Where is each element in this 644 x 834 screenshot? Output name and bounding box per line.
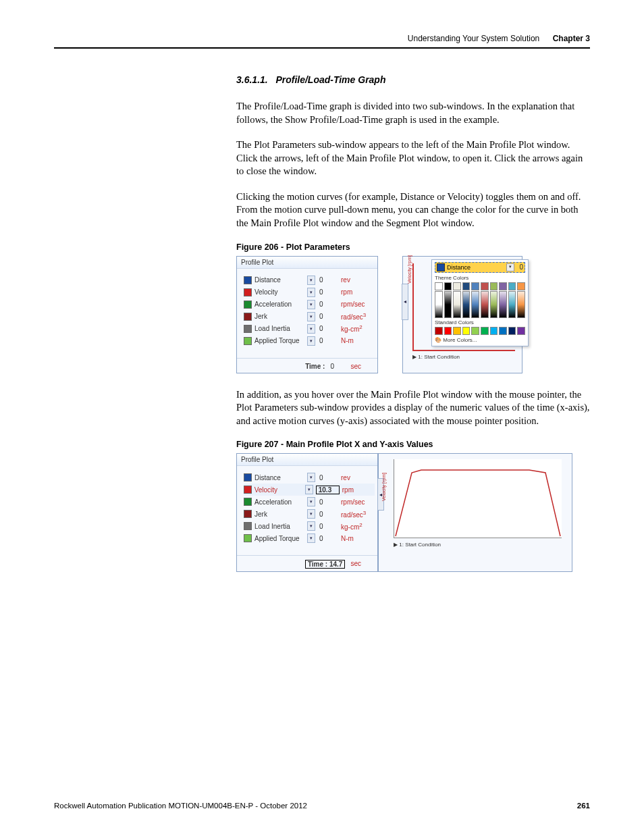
param-row-jerk[interactable]: Jerk ▾ 0 rad/sec3	[244, 508, 375, 520]
param-unit: rpm/sec	[341, 498, 375, 506]
color-option[interactable]	[453, 282, 461, 290]
chevron-down-icon[interactable]: ▾	[307, 521, 315, 531]
color-swatch	[244, 276, 252, 284]
color-option[interactable]	[499, 327, 507, 335]
page-footer: Rockwell Automation Publication MOTION-U…	[54, 802, 590, 810]
color-option[interactable]	[481, 327, 489, 335]
chevron-down-icon[interactable]: ▾	[307, 473, 315, 482]
start-condition-label: ▶ 1: Start Condition	[406, 353, 519, 361]
paragraph: In addition, as you hover over the Main …	[236, 388, 590, 428]
time-label: Time :	[305, 363, 325, 370]
chevron-down-icon[interactable]: ▾	[307, 336, 315, 346]
color-shade-column[interactable]	[481, 291, 489, 318]
color-shade-column[interactable]	[517, 291, 525, 318]
param-row-applied-torque[interactable]: Applied Torque ▾ 0 N-m	[244, 335, 375, 347]
param-value: 0	[318, 325, 338, 332]
color-shade-column[interactable]	[444, 291, 452, 318]
param-value: 0	[318, 337, 338, 344]
param-row-acceleration[interactable]: Acceleration ▾ 0 rpm/sec	[244, 496, 375, 508]
theme-colors-shades[interactable]	[435, 291, 525, 318]
param-name: Load Inertia	[254, 325, 304, 332]
collapse-toggle[interactable]: ◂	[402, 284, 408, 320]
param-value: 10.3	[316, 486, 340, 494]
header-section: Understanding Your System Solution	[408, 34, 539, 43]
param-unit: rpm	[342, 486, 375, 494]
panel-title: Profile Plot	[237, 454, 377, 466]
color-option[interactable]	[517, 282, 525, 290]
color-option[interactable]	[490, 282, 498, 290]
footer-publication: Rockwell Automation Publication MOTION-U…	[54, 802, 307, 810]
param-row-jerk[interactable]: Jerk ▾ 0 rad/sec3	[244, 311, 375, 323]
color-option[interactable]	[444, 282, 452, 290]
page-header: Understanding Your System Solution Chapt…	[54, 34, 590, 49]
param-row-distance[interactable]: Distance ▾ 0 rev	[244, 274, 375, 286]
chevron-down-icon[interactable]: ▾	[307, 324, 315, 334]
color-option[interactable]	[471, 282, 479, 290]
color-shade-column[interactable]	[499, 291, 507, 318]
color-option[interactable]	[471, 327, 479, 335]
color-option[interactable]	[481, 282, 489, 290]
color-shade-column[interactable]	[453, 291, 461, 318]
color-swatch	[244, 288, 252, 296]
theme-colors-row[interactable]	[435, 282, 525, 290]
color-option[interactable]	[517, 327, 525, 335]
color-shade-column[interactable]	[462, 291, 471, 318]
main-profile-plot[interactable]: ◂ Velocity [rpm] ▶ 1: Start Condition Di…	[402, 256, 522, 373]
chevron-down-icon[interactable]: ▾	[307, 497, 315, 506]
color-shade-column[interactable]	[471, 291, 479, 318]
color-swatch	[244, 522, 252, 530]
param-value: 0	[318, 313, 338, 320]
color-swatch	[244, 486, 252, 494]
y-axis-label: Velocity [rpm]	[381, 473, 386, 501]
color-option[interactable]	[444, 327, 452, 335]
param-row-distance[interactable]: Distance ▾ 0 rev	[244, 471, 375, 484]
param-value: 0	[318, 474, 338, 481]
color-swatch	[244, 534, 252, 542]
color-option[interactable]	[508, 327, 516, 335]
color-option[interactable]	[462, 282, 471, 290]
color-option[interactable]	[499, 282, 507, 290]
color-option[interactable]	[508, 282, 516, 290]
color-option[interactable]	[435, 282, 443, 290]
param-row-load-inertia[interactable]: Load Inertia ▾ 0 kg-cm2	[244, 520, 375, 532]
plot-parameters-panel: Profile Plot Distance ▾ 0 rev Velocity	[236, 256, 378, 373]
chevron-down-icon[interactable]: ▾	[307, 533, 315, 543]
param-name: Load Inertia	[254, 523, 304, 530]
chevron-down-icon[interactable]: ▾	[307, 288, 315, 297]
chevron-down-icon[interactable]: ▾	[506, 263, 514, 271]
param-row-applied-torque[interactable]: Applied Torque ▾ 0 N-m	[244, 532, 375, 544]
color-swatch	[244, 301, 252, 309]
color-option[interactable]	[453, 327, 461, 335]
chevron-down-icon[interactable]: ▾	[307, 276, 315, 285]
time-label: Time : 14.7	[305, 560, 346, 569]
color-shade-column[interactable]	[490, 291, 498, 318]
chevron-down-icon[interactable]: ▾	[305, 485, 313, 494]
chevron-down-icon[interactable]: ▾	[307, 300, 315, 309]
more-colors-link[interactable]: 🎨 More Colors...	[435, 337, 525, 343]
color-picker-popup[interactable]: Distance ▾ 0 Theme Colors Standard Color…	[431, 259, 529, 346]
param-row-velocity[interactable]: Velocity ▾ 10.3 rpm	[244, 484, 375, 496]
color-swatch	[244, 325, 252, 333]
color-option[interactable]	[462, 327, 471, 335]
param-value: 0	[318, 535, 338, 542]
param-row-velocity[interactable]: Velocity ▾ 0 rpm	[244, 286, 375, 298]
color-shade-column[interactable]	[508, 291, 516, 318]
y-axis-label: Velocity [rpm]	[407, 255, 412, 283]
time-unit: sec	[350, 560, 361, 569]
time-value: 0	[330, 363, 345, 370]
param-unit: kg-cm2	[341, 522, 375, 531]
chevron-down-icon[interactable]: ▾	[307, 312, 315, 321]
param-row-load-inertia[interactable]: Load Inertia ▾ 0 kg-cm2	[244, 323, 375, 335]
param-unit: rad/sec3	[341, 312, 375, 321]
color-swatch	[244, 510, 252, 518]
popup-selected-curve[interactable]: Distance ▾ 0	[435, 262, 525, 273]
standard-colors-row[interactable]	[435, 327, 525, 335]
main-profile-plot[interactable]: ◂ Velocity [rpm] ▶ 1: Start Condition	[378, 453, 572, 572]
param-row-acceleration[interactable]: Acceleration ▾ 0 rpm/sec	[244, 298, 375, 311]
color-option[interactable]	[435, 327, 443, 335]
param-name: Distance	[254, 276, 304, 284]
color-swatch	[244, 313, 252, 321]
color-option[interactable]	[490, 327, 498, 335]
chevron-down-icon[interactable]: ▾	[307, 509, 315, 519]
color-shade-column[interactable]	[435, 291, 443, 318]
